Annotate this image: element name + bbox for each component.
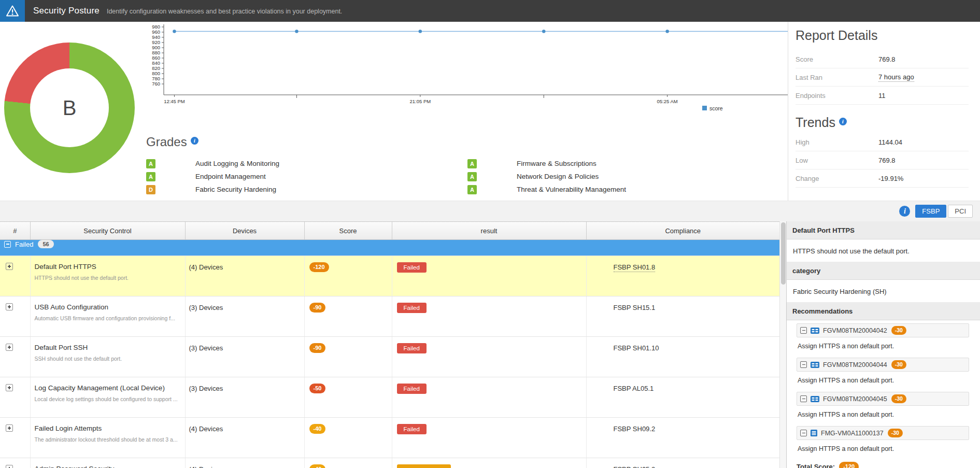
devices-cell: (4) Devices — [185, 418, 304, 458]
expand-icon[interactable] — [6, 384, 13, 391]
pci-button[interactable]: PCI — [948, 205, 973, 218]
expand-icon[interactable] — [6, 303, 13, 310]
security-control-name: Admin Password Security — [31, 458, 185, 468]
recommendation-device-row[interactable]: FGVM08TM20004044 -30 — [797, 358, 969, 372]
devices-cell: (4) Devices — [185, 458, 304, 468]
result-badge: Failed — [397, 384, 427, 394]
security-control-description: Local device log settings should be conf… — [31, 392, 183, 402]
grade-item: D Fabric Security Hardening — [146, 183, 467, 196]
table-header-row: # Security Control Devices Score result … — [0, 222, 779, 240]
expand-icon[interactable] — [6, 344, 13, 351]
report-details-panel: Report Details Score 769.8 Last Ran 7 ho… — [788, 22, 980, 201]
table-row[interactable]: Default Port SSH SSH should not use the … — [0, 337, 779, 377]
grade-label: Fabric Security Hardening — [195, 186, 276, 193]
table-row[interactable]: Default Port HTTPS HTTPS should not use … — [0, 256, 779, 296]
collapse-icon[interactable] — [800, 361, 807, 368]
col-header-score[interactable]: Score — [304, 222, 392, 240]
info-icon[interactable] — [839, 118, 847, 125]
page-title: Security Posture — [33, 6, 100, 16]
trend-row-label: Low — [796, 157, 878, 164]
fsbp-button[interactable]: FSBP — [915, 205, 946, 218]
grade-item: A Network Design & Policies — [467, 170, 626, 183]
grade-badge: A — [146, 172, 155, 181]
compliance-link[interactable]: FSBP SH09.2 — [614, 425, 656, 433]
info-icon[interactable] — [191, 137, 198, 145]
recommendation-device-row[interactable]: FMG-VM0A11000137 -30 — [797, 426, 969, 440]
collapse-icon[interactable] — [800, 430, 807, 436]
category-value: Fabric Security Hardening (SH) — [787, 280, 980, 302]
col-header-number[interactable]: # — [0, 222, 30, 240]
trend-row: High 1144.04 — [796, 133, 969, 151]
trends-title: Trends — [796, 115, 969, 130]
recommendation-score-badge: -30 — [891, 360, 906, 368]
security-control-name: Default Port SSH — [31, 337, 185, 351]
table-toolbar: FSBP PCI — [0, 201, 980, 221]
svg-text:score: score — [709, 105, 723, 111]
grade-item: A Endpoint Management — [146, 170, 467, 183]
compliance-link[interactable]: FSBP SH01.10 — [614, 344, 659, 352]
devices-cell: (3) Devices — [185, 337, 304, 377]
compliance-link[interactable]: FSBP SH15.1 — [614, 304, 656, 311]
score-badge: -50 — [309, 384, 326, 393]
svg-text:760: 760 — [152, 81, 160, 87]
report-row-label: Last Ran — [796, 74, 878, 81]
report-row-value: 769.8 — [878, 55, 896, 63]
grade-label: Endpoint Management — [195, 173, 266, 180]
col-header-result[interactable]: result — [392, 222, 586, 240]
report-row-label: Endpoints — [796, 92, 878, 100]
failed-group-row[interactable]: Failed 56 — [0, 240, 779, 256]
trend-row: Change -19.91% — [796, 169, 969, 188]
warning-triangle-icon — [0, 0, 25, 22]
table-row[interactable]: Log Capacity Management (Local Device) L… — [0, 377, 779, 418]
report-row: Score 769.8 — [796, 50, 969, 68]
report-row: Last Ran 7 hours ago — [796, 68, 969, 87]
result-badge: Failed — [397, 424, 427, 434]
trend-row-label: Change — [796, 175, 878, 182]
group-count-badge: 56 — [38, 240, 53, 248]
scrollbar-thumb[interactable] — [781, 222, 786, 285]
table-row[interactable]: Admin Password Security (4) Devices -40 … — [0, 458, 779, 468]
security-control-description: SSH should not use the default port. — [31, 351, 183, 362]
report-row-value: 11 — [878, 92, 886, 100]
trend-row-value: -19.91% — [878, 175, 903, 182]
collapse-icon[interactable] — [800, 327, 807, 334]
recommendation-text: Assign HTTPS a non default port. — [797, 406, 969, 423]
score-badge: -40 — [309, 424, 326, 434]
table-scrollbar[interactable] — [779, 221, 786, 468]
last-ran-value[interactable]: 7 hours ago — [878, 73, 914, 82]
grade-label: Audit Logging & Monitoring — [195, 160, 279, 167]
result-badge: Failed — [397, 303, 427, 313]
compliance-link[interactable]: FSBP SH01.8 — [614, 263, 656, 272]
score-badge: -90 — [309, 303, 326, 313]
score-trend-chart: 98096094092090088086084082080078076012:4… — [140, 23, 790, 119]
security-control-name: Log Capacity Management (Local Device) — [31, 377, 185, 392]
grade-badge: A — [467, 159, 477, 168]
report-row: Endpoints 11 — [796, 87, 969, 105]
table-row[interactable]: USB Auto Configuration Automatic USB fir… — [0, 296, 779, 337]
expand-icon[interactable] — [6, 424, 13, 432]
collapse-icon[interactable] — [800, 395, 807, 402]
trend-row-label: High — [796, 138, 878, 146]
table-row[interactable]: Failed Login Attempts The administrator … — [0, 418, 779, 458]
info-icon[interactable] — [899, 206, 910, 217]
devices-cell: (3) Devices — [185, 296, 304, 337]
fortimanager-icon — [811, 430, 817, 436]
expand-icon[interactable] — [6, 465, 13, 468]
col-header-security-control[interactable]: Security Control — [30, 222, 185, 240]
trend-row-value: 1144.04 — [878, 138, 902, 146]
compliance-link[interactable]: FSBP AL05.1 — [614, 385, 654, 392]
expand-icon[interactable] — [6, 263, 13, 270]
col-header-compliance[interactable]: Compliance — [586, 222, 779, 240]
category-header: category — [787, 262, 980, 280]
security-control-description: HTTPS should not use the default port. — [31, 271, 183, 281]
svg-text:12:45 PM: 12:45 PM — [164, 98, 185, 104]
security-control-name: Default Port HTTPS — [31, 256, 185, 271]
compliance-link[interactable]: FSBP SH05.2 — [614, 465, 656, 468]
collapse-icon[interactable] — [4, 241, 11, 248]
total-score-label: Total Score: — [797, 463, 835, 468]
grade-badge: A — [146, 159, 155, 168]
trend-row-value: 769.8 — [878, 157, 896, 164]
recommendation-device-row[interactable]: FGVM08TM20004045 -30 — [797, 392, 969, 406]
recommendation-device-row[interactable]: FGVM08TM20004042 -30 — [797, 323, 969, 337]
col-header-devices[interactable]: Devices — [185, 222, 304, 240]
